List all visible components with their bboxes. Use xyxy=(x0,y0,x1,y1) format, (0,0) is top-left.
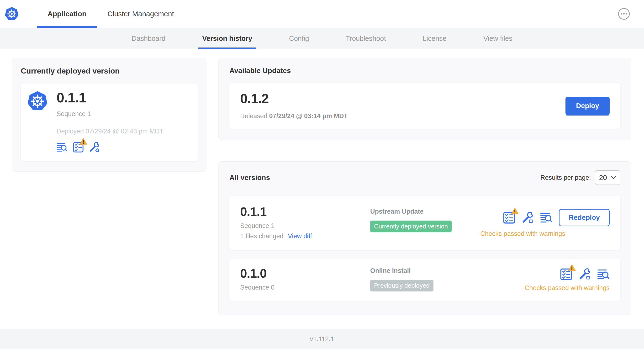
currently-deployed-card: Currently deployed version 0.1.1 Sequenc… xyxy=(12,58,206,172)
checks-status-text[interactable]: Checks passed with warnings xyxy=(480,230,565,238)
available-updates-card: Available Updates 0.1.2 Released 07/29/2… xyxy=(218,58,631,140)
right-column: Available Updates 0.1.2 Released 07/29/2… xyxy=(218,58,631,315)
row-version-number: 0.1.0 xyxy=(240,267,370,280)
deployed-timestamp: Deployed 07/29/24 @ 02:43 pm MDT xyxy=(56,128,164,135)
row-version-number: 0.1.1 xyxy=(240,206,370,218)
results-per-page-label: Results per page: xyxy=(540,174,591,182)
logs-search-icon[interactable] xyxy=(540,212,552,224)
warning-triangle-icon xyxy=(511,208,519,214)
source-label: Upstream Update xyxy=(370,208,480,215)
version-row-0-1-0: 0.1.0 Sequence 0 Online Install Previous… xyxy=(230,258,620,301)
deployed-version: 0.1.1 xyxy=(56,91,164,104)
tab-application[interactable]: Application xyxy=(37,0,97,28)
main-content: Currently deployed version 0.1.1 Sequenc… xyxy=(0,49,644,329)
logs-search-icon[interactable] xyxy=(56,142,68,153)
checks-status-text[interactable]: Checks passed with warnings xyxy=(525,284,610,292)
files-changed-line: 1 files changed View diff xyxy=(240,232,370,240)
version-actions: Checks passed with warnings xyxy=(525,267,610,292)
subtab-troubleshoot[interactable]: Troubleshoot xyxy=(344,28,388,49)
released-timestamp: 07/29/24 @ 03:14 pm MDT xyxy=(269,112,348,120)
subtab-license-label: License xyxy=(423,34,446,42)
deployed-details: 0.1.1 Sequence 1 Deployed 07/29/24 @ 02:… xyxy=(56,91,164,153)
source-label: Online Install xyxy=(370,267,525,274)
row-sequence: Sequence 0 xyxy=(240,284,370,291)
row-sequence: Sequence 1 xyxy=(240,222,370,230)
version-info: 0.1.0 Sequence 0 xyxy=(240,267,370,291)
all-versions-title: All versions xyxy=(230,174,270,182)
app-icon xyxy=(27,91,48,112)
preflight-checks-button[interactable] xyxy=(560,268,572,280)
subtab-view-files[interactable]: View files xyxy=(482,28,514,49)
redeploy-button[interactable]: Redeploy xyxy=(559,209,610,226)
results-per-page: Results per page: 20 xyxy=(540,170,620,185)
results-per-page-value: 20 xyxy=(599,174,607,182)
tab-cluster-management-label: Cluster Management xyxy=(108,10,174,18)
update-info: 0.1.2 Released 07/29/24 @ 03:14 pm MDT xyxy=(240,92,348,120)
active-subtab-indicator xyxy=(198,48,256,49)
subtab-version-history-label: Version history xyxy=(202,34,252,42)
app-sub-nav: Dashboard Version history Config Trouble… xyxy=(0,28,644,49)
version-info: 0.1.1 Sequence 1 1 files changed View di… xyxy=(240,206,370,240)
warning-triangle-icon xyxy=(568,264,576,271)
subtab-license[interactable]: License xyxy=(421,28,448,49)
deployed-sequence: Sequence 1 xyxy=(56,110,164,118)
overflow-menu-button[interactable] xyxy=(618,8,630,20)
chevron-down-icon xyxy=(611,176,616,179)
version-action-icons xyxy=(560,268,610,280)
status-badge: Previously deployed xyxy=(370,280,434,292)
version-source: Online Install Previously deployed xyxy=(370,267,525,292)
wrench-gear-icon[interactable] xyxy=(89,142,100,153)
ellipsis-circle-icon xyxy=(618,8,630,20)
wrench-gear-icon[interactable] xyxy=(578,268,591,280)
tab-cluster-management[interactable]: Cluster Management xyxy=(97,0,184,28)
version-action-icons: Redeploy xyxy=(503,209,610,226)
version-source: Upstream Update Currently deployed versi… xyxy=(370,206,480,232)
kubernetes-logo-icon xyxy=(4,7,19,21)
deploy-button[interactable]: Deploy xyxy=(566,97,610,115)
logs-search-icon[interactable] xyxy=(597,268,610,280)
all-versions-header: All versions Results per page: 20 xyxy=(230,170,620,185)
available-updates-title: Available Updates xyxy=(230,66,620,75)
wrench-gear-icon[interactable] xyxy=(522,212,534,224)
all-versions-card: All versions Results per page: 20 0.1.1 … xyxy=(218,161,631,315)
subtab-troubleshoot-label: Troubleshoot xyxy=(346,34,386,42)
subtab-version-history[interactable]: Version history xyxy=(201,28,254,49)
subtab-dashboard[interactable]: Dashboard xyxy=(130,28,167,49)
subtab-view-files-label: View files xyxy=(483,34,512,42)
status-badge: Currently deployed version xyxy=(370,220,452,232)
subtab-config[interactable]: Config xyxy=(288,28,310,49)
active-tab-indicator xyxy=(37,26,97,28)
results-per-page-select[interactable]: 20 xyxy=(595,170,620,185)
deployed-action-icons xyxy=(56,142,164,153)
version-actions: Redeploy Checks passed with warnings xyxy=(480,206,610,238)
available-update-row: 0.1.2 Released 07/29/24 @ 03:14 pm MDT D… xyxy=(230,83,620,129)
subtab-config-label: Config xyxy=(289,34,309,42)
header-tabs: Application Cluster Management xyxy=(37,0,184,28)
tab-application-label: Application xyxy=(48,10,86,18)
view-diff-link[interactable]: View diff xyxy=(288,232,312,240)
released-label: Released xyxy=(240,112,267,120)
files-changed-label: 1 files changed xyxy=(240,232,284,240)
update-released-line: Released 07/29/24 @ 03:14 pm MDT xyxy=(240,112,348,120)
version-row-0-1-1: 0.1.1 Sequence 1 1 files changed View di… xyxy=(230,196,620,250)
console-version: v1.112.1 xyxy=(310,336,334,343)
currently-deployed-panel: 0.1.1 Sequence 1 Deployed 07/29/24 @ 02:… xyxy=(21,84,198,161)
currently-deployed-title: Currently deployed version xyxy=(21,66,198,76)
warning-triangle-icon xyxy=(80,138,87,145)
page: Application Cluster Management Dashboard… xyxy=(0,0,644,349)
subtab-dashboard-label: Dashboard xyxy=(132,34,166,42)
app-header: Application Cluster Management xyxy=(0,0,644,28)
preflight-checks-button[interactable] xyxy=(503,212,515,224)
preflight-checks-button[interactable] xyxy=(73,142,84,153)
update-version: 0.1.2 xyxy=(240,92,348,105)
app-footer: v1.112.1 xyxy=(0,329,644,349)
